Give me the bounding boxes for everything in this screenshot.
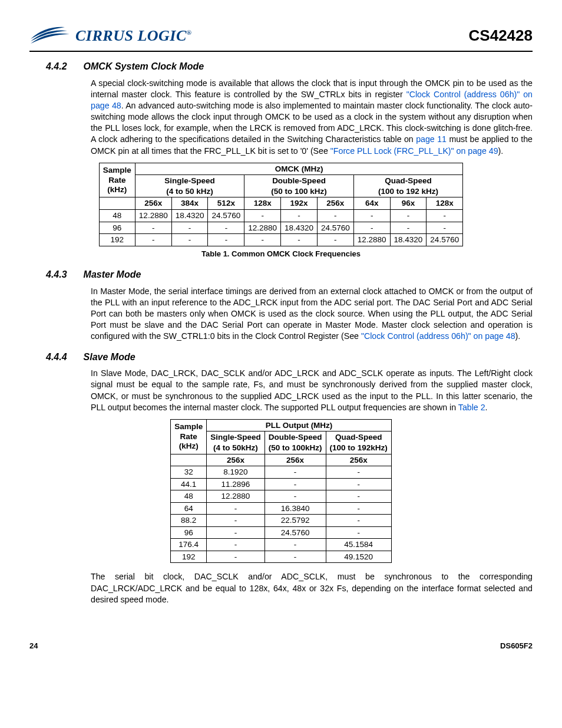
value-cell: - [326,466,391,479]
value-cell: - [265,466,326,479]
value-cell: - [207,526,265,539]
section-number: 4.4.4 [46,351,67,364]
mult-256x: 256x [265,454,326,466]
section-4-4-4-heading: 4.4.4 Slave Mode [46,351,533,364]
force-pll-lock-link[interactable]: "Force PLL Lock (FRC_PLL_LK)" on page 49 [330,146,498,156]
section-4-4-4-body-1: In Slave Mode, DAC_LRCK, DAC_SCLK and/or… [91,368,533,413]
rate-cell: 192 [171,551,207,563]
mult-header: 64x [353,197,390,210]
value-cell: 18.4320 [171,209,208,222]
value-cell: - [265,490,326,503]
col-double-speed: Double-Speed(50 to 100 kHz) [244,175,353,197]
table-row: 64-16.3840- [171,502,392,515]
rate-cell: 96 [171,526,207,539]
col-quad-speed: Quad-Speed(100 to 192 kHz) [353,175,462,197]
rate-cell: 44.1 [171,478,207,490]
doc-id: DS605F2 [500,641,533,651]
section-4-4-2-body: A special clock-switching mode is availa… [91,78,533,157]
value-cell: 16.3840 [265,502,326,515]
table-2-pll: SampleRate(kHz) PLL Output (MHz) Single-… [170,419,392,564]
section-title: Master Mode [84,268,141,281]
cirrus-swoosh-icon [29,24,71,48]
value-cell: 18.4320 [281,222,318,234]
rate-cell: 96 [99,222,135,234]
section-4-4-4-body-2: The serial bit clock, DAC_SCLK and/or AD… [91,571,533,605]
value-cell: 24.5760 [427,234,463,246]
mult-header: 384x [171,197,208,210]
rate-cell: 32 [171,466,207,479]
page-11-link[interactable]: page 11 [416,134,447,144]
value-cell: - [135,234,171,246]
value-cell: 12.2880 [135,209,171,222]
table-row: 328.1920-- [171,466,392,479]
value-cell: - [353,222,390,234]
value-cell: - [244,234,281,246]
mult-256x: 256x [207,454,265,466]
rate-cell: 48 [99,209,135,222]
value-cell: - [207,515,265,527]
col-omck: OMCK (MHz) [135,163,462,175]
rate-cell: 88.2 [171,515,207,527]
col-pll-output: PLL Output (MHz) [207,419,392,431]
col-single-speed: Single-Speed(4 to 50kHz) [207,431,265,454]
value-cell: 24.5760 [265,526,326,539]
section-title: Slave Mode [84,351,135,364]
section-4-4-3-heading: 4.4.3 Master Mode [46,268,533,281]
value-cell: - [326,526,391,539]
table-row: 4812.288018.432024.5760------ [99,209,462,222]
value-cell: - [244,209,281,222]
value-cell: - [281,234,318,246]
rate-cell: 192 [99,234,135,246]
table-row: 192--49.1520 [171,551,392,563]
value-cell: - [427,222,463,234]
table-2-link[interactable]: Table 2 [458,403,485,412]
page-header: CIRRUS LOGIC® CS42428 [29,24,533,52]
table-row: 88.2-22.5792- [171,515,392,527]
value-cell: - [317,234,353,246]
section-4-4-2-heading: 4.4.2 OMCK System Clock Mode [46,60,533,73]
rate-cell: 176.4 [171,539,207,551]
section-title: OMCK System Clock Mode [84,60,204,73]
value-cell: - [265,551,326,563]
value-cell: - [390,209,427,222]
value-cell: - [208,234,244,246]
value-cell: - [281,209,318,222]
value-cell: - [171,222,208,234]
value-cell: 45.1584 [326,539,391,551]
table-row: 192------12.288018.432024.5760 [99,234,462,246]
mult-header: 192x [281,197,318,210]
value-cell: - [207,551,265,563]
value-cell: - [427,209,463,222]
col-single-speed: Single-Speed(4 to 50 kHz) [135,175,244,197]
value-cell: 22.5792 [265,515,326,527]
table-1-omck: SampleRate(kHz) OMCK (MHz) Single-Speed(… [99,163,463,246]
mult-header: 128x [244,197,281,210]
page-number: 24 [29,641,38,651]
col-double-speed: Double-Speed(50 to 100kHz) [265,431,326,454]
value-cell: - [265,478,326,490]
value-cell: - [326,502,391,515]
table-row: 4812.2880-- [171,490,392,503]
value-cell: - [326,515,391,527]
mult-header: 128x [427,197,463,210]
col-quad-speed: Quad-Speed(100 to 192kHz) [326,431,391,454]
section-4-4-3-body: In Master Mode, the serial interface tim… [91,286,533,342]
value-cell: 24.5760 [208,209,244,222]
rate-cell: 48 [171,490,207,503]
mult-header: 256x [135,197,171,210]
clock-control-link-2[interactable]: "Clock Control (address 06h)" on page 48 [361,331,515,341]
value-cell: 49.1520 [326,551,391,563]
value-cell: 12.2880 [244,222,281,234]
value-cell: 11.2896 [207,478,265,490]
value-cell: - [317,209,353,222]
value-cell: 8.1920 [207,466,265,479]
col-sample-rate: SampleRate(kHz) [174,422,203,450]
mult-256x: 256x [326,454,391,466]
value-cell: - [265,539,326,551]
page-footer: 24 DS605F2 [29,641,533,651]
rate-cell: 64 [171,502,207,515]
value-cell: - [135,222,171,234]
col-sample-rate: SampleRate(kHz) [103,166,131,193]
company-logo: CIRRUS LOGIC® [29,24,192,48]
table-row: 44.111.2896-- [171,478,392,490]
